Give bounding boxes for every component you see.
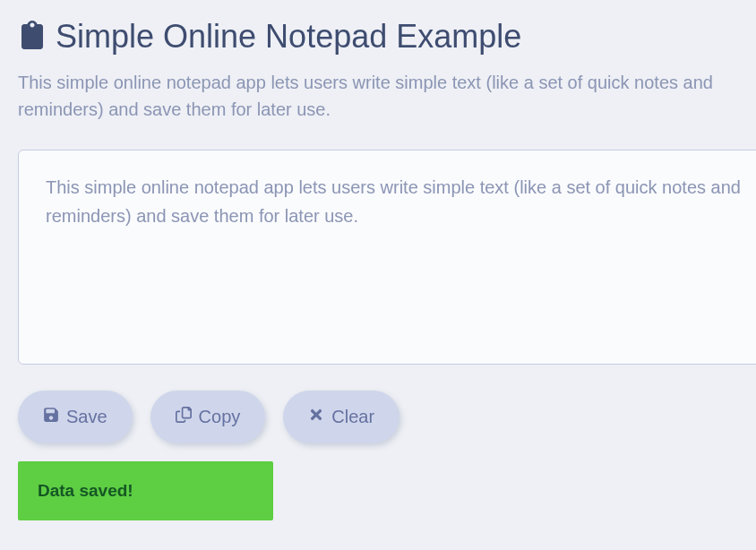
close-icon <box>308 407 324 427</box>
save-button-label: Save <box>66 407 107 427</box>
title-row: Simple Online Notepad Example <box>18 18 756 56</box>
clipboard-icon <box>18 21 47 53</box>
copy-icon <box>176 407 192 427</box>
status-message: Data saved! <box>18 461 273 520</box>
page-title: Simple Online Notepad Example <box>56 18 521 56</box>
copy-button[interactable]: Copy <box>150 391 266 443</box>
notepad-input[interactable] <box>18 150 756 365</box>
save-button[interactable]: Save <box>18 391 133 443</box>
save-icon <box>43 407 59 427</box>
page-description: This simple online notepad app lets user… <box>18 69 756 123</box>
clear-button-label: Clear <box>331 407 374 427</box>
copy-button-label: Copy <box>199 407 241 427</box>
button-row: Save Copy Clear <box>18 391 756 443</box>
clear-button[interactable]: Clear <box>283 391 399 443</box>
